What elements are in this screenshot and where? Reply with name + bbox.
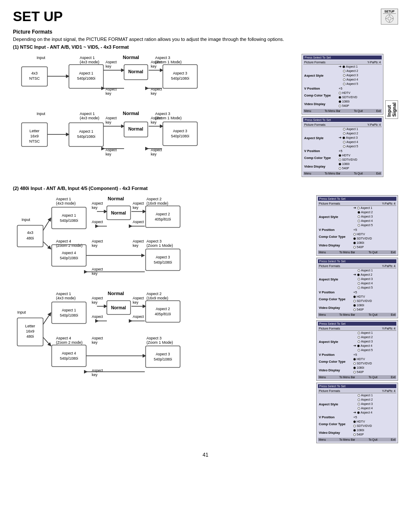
svg-text:(4x3 mode): (4x3 mode): [56, 201, 76, 205]
svg-text:Aspect 4: Aspect 4: [56, 336, 71, 340]
svg-rect-130: [146, 301, 180, 322]
menu-footer-toquit-3[interactable]: To Quit: [368, 251, 377, 254]
menu-footer-exit-4[interactable]: Exit: [391, 313, 395, 316]
svg-line-95: [43, 242, 51, 249]
menu-comp-hdtv-2: HDTV: [339, 153, 357, 158]
radio-aspect1-1: [342, 65, 345, 68]
radio-a5-2: [343, 145, 346, 148]
menu-vpos-label-4: V Position: [319, 290, 353, 295]
svg-text:540p/1080i: 540p/1080i: [171, 76, 189, 81]
menu-footer-tomenubar-3[interactable]: To Menu Bar: [339, 251, 355, 254]
menu-footer-menu-1[interactable]: Menu: [304, 109, 311, 112]
menu-vpos-label-2: V Position: [304, 149, 339, 153]
svg-text:Aspect: Aspect: [92, 336, 103, 340]
page-header: SET UP SETUP: [13, 9, 398, 29]
radio-a3-5: [358, 340, 360, 343]
menu-footer-tomenubar-2[interactable]: To Menu Bar: [324, 172, 340, 175]
menu-footer-toquit-2[interactable]: To Quit: [354, 172, 363, 175]
menu-footer-toquit-1[interactable]: To Quit: [354, 109, 363, 112]
menu-picformat-val-6: Y-PaPb: 4: [382, 389, 395, 392]
menu-options-2: Aspect 1 Aspect 2 ➔Aspect 3 Aspect 4 Asp…: [339, 127, 358, 149]
menu-titlebar-6: Picture Formats Y-PaPb: 4: [318, 389, 396, 393]
svg-text:Normal: Normal: [111, 211, 126, 215]
section-title: Picture Formats: [13, 29, 398, 35]
menu-footer-tomenubar-1[interactable]: To Menu Bar: [324, 109, 340, 112]
svg-text:key: key: [151, 152, 157, 156]
menu-option-a1-3: ➔Aspect 1: [353, 206, 373, 210]
svg-text:Aspect: Aspect: [151, 87, 162, 91]
radio-a4-6: [358, 407, 360, 410]
radio-a5-3: [358, 224, 360, 227]
ntsc-menus: Press Select To Set Picture Formats Y-Pa…: [302, 54, 383, 179]
svg-text:480i: 480i: [26, 334, 34, 339]
menu-footer-exit-1[interactable]: Exit: [376, 109, 381, 112]
menu-comp-label-3: Comp Color Type: [319, 234, 353, 239]
menu-vdisp-1080-2: 1080i: [339, 162, 349, 166]
svg-text:480i: 480i: [26, 236, 34, 240]
svg-text:Aspect: Aspect: [92, 267, 103, 271]
menu-vdisp-options-3: 1080i 540P: [353, 241, 364, 249]
menu-vdisp-1080-1: 1080i: [339, 100, 349, 104]
menu-vpos-val-6: +5: [353, 415, 357, 420]
menu-footer-menu-2[interactable]: Menu: [304, 172, 311, 175]
menu-option-a5-5: Aspect 5: [353, 348, 373, 352]
arrow-a4-5: ➔: [353, 344, 356, 348]
svg-text:key: key: [92, 300, 98, 305]
menu-footer-exit-5[interactable]: Exit: [391, 376, 395, 379]
ntsc-right-panel: Press Select To Set Picture Formats Y-Pa…: [302, 54, 398, 179]
menu-press-label-1: Press Select To Set: [305, 56, 331, 59]
menu-vdisp-row-5: Video Display 1080i 540P: [318, 366, 396, 374]
menu-titlebar-3: Picture Formats Y-PaPb: 4: [318, 202, 396, 206]
menu-press-label-4: Press Select To Set: [319, 260, 346, 263]
menu-footer-toquit-6[interactable]: To Quit: [368, 438, 377, 441]
svg-line-138: [43, 313, 51, 324]
radio-a4-5: [357, 345, 360, 347]
menu-footer-4: Menu To Menu Bar To Quit Exit: [318, 313, 396, 317]
svg-text:(Zoom 2 mode): (Zoom 2 mode): [56, 243, 83, 248]
menu-footer-menu-5[interactable]: Menu: [319, 376, 326, 379]
menu-option-a3-3: Aspect 3: [353, 215, 373, 219]
svg-text:Aspect: Aspect: [92, 239, 103, 243]
menu-footer-exit-2[interactable]: Exit: [376, 172, 381, 175]
svg-text:Aspect: Aspect: [133, 239, 144, 243]
menu-footer-menu-3[interactable]: Menu: [319, 251, 326, 254]
radio-a2-6: [358, 398, 360, 401]
radio-a3-2: [342, 137, 345, 139]
radio-540-1: [339, 105, 341, 107]
menu-comp-label-2: Comp Color Type: [304, 156, 339, 160]
menu-aspect-label-2: Aspect Style: [304, 136, 339, 140]
menu-option-aspect2-2: Aspect 2: [339, 131, 358, 136]
menu-footer-tomenubar-6[interactable]: To Menu Bar: [339, 438, 355, 441]
menu-vdisp-options-1: 1080i 540P: [339, 100, 349, 108]
menu-header-5: Press Select To Set: [318, 322, 396, 326]
menu-vdisp-options-5: 1080i 540P: [353, 366, 364, 374]
menu-comp-options-5: HDTV SDTV/DVD: [353, 357, 372, 366]
menu-footer-exit-6[interactable]: Exit: [391, 438, 395, 441]
menu-footer-tomenubar-4[interactable]: To Menu Bar: [339, 313, 355, 316]
menu-footer-toquit-5[interactable]: To Quit: [368, 376, 377, 379]
menu-footer-toquit-4[interactable]: To Quit: [368, 313, 377, 316]
menu-footer-menu-4[interactable]: Menu: [319, 313, 326, 316]
menu-comp-sdtv-2: SDTV/DVD: [339, 158, 357, 162]
menu-header-3: Press Select To Set: [318, 197, 396, 201]
menu-footer-tomenubar-5[interactable]: To Menu Bar: [339, 376, 355, 379]
menu-footer-exit-3[interactable]: Exit: [391, 251, 395, 254]
radio-aspect2-1: [343, 70, 346, 72]
svg-text:key: key: [133, 205, 139, 210]
menu-vdisp-540-6: 540P: [353, 432, 364, 437]
menu-titlebar-4: Picture Formats Y-PaPb: 4: [318, 264, 396, 268]
menu-vdisp-options-2: 1080i 540P: [339, 162, 349, 171]
480i-diagrams: Aspect 1 (4x3 mode) Normal Aspect 2 (16x…: [13, 195, 316, 393]
menu-option-a2-3: Aspect 2: [353, 210, 373, 215]
svg-text:key: key: [92, 205, 98, 210]
menu-option-a1-6: Aspect 1: [353, 393, 373, 398]
menu-aspect-row-3: Aspect Style ➔Aspect 1 Aspect 2 Aspect 3…: [318, 206, 396, 227]
svg-text:Aspect 2: Aspect 2: [156, 307, 170, 311]
radio-aspect4-1: [343, 78, 346, 81]
radio-hdtv-3: [353, 233, 356, 236]
menu-vpos-label-3: V Position: [319, 227, 353, 232]
menu-option-a3-5: Aspect 3: [353, 339, 373, 344]
menu-footer-menu-6[interactable]: Menu: [319, 438, 326, 441]
svg-text:540p/1080i: 540p/1080i: [77, 76, 95, 81]
menu-vdisp-540-4: 540P: [353, 308, 364, 312]
